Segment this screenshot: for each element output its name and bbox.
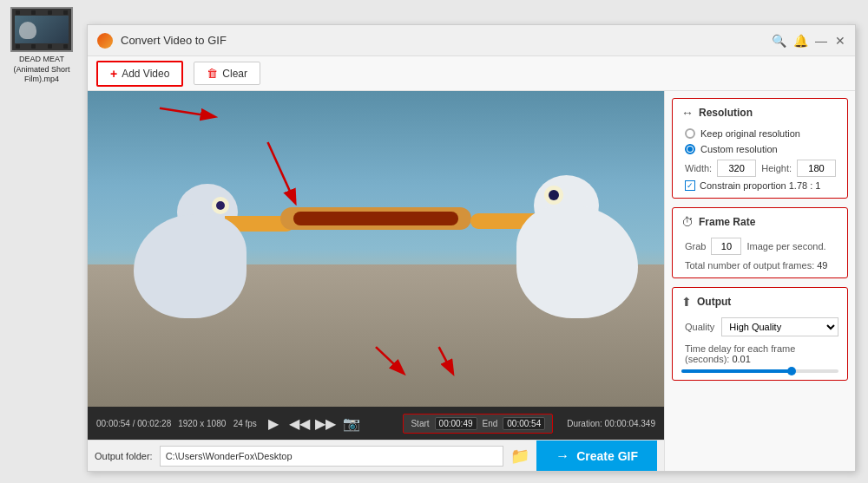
trim-section: Start 00:00:49 End 00:00:54 bbox=[403, 414, 553, 434]
play-button[interactable]: ▶ bbox=[264, 414, 283, 433]
title-bell-icon[interactable]: 🔔 bbox=[793, 34, 808, 48]
prev-frame-button[interactable]: ◀◀ bbox=[290, 414, 309, 433]
time-delay-row: Time delay for each frame (seconds): 0.0… bbox=[681, 343, 838, 364]
main-window: Convert Video to GIF 🔍 🔔 — ✕ + Add Video… bbox=[87, 24, 856, 472]
resolution-display: 1920 x 1080 24 fps bbox=[178, 419, 257, 428]
resolution-title: Resolution bbox=[699, 107, 753, 119]
close-button[interactable]: ✕ bbox=[834, 35, 846, 47]
output-path-input[interactable] bbox=[160, 446, 504, 467]
custom-resolution-radio[interactable] bbox=[685, 144, 695, 154]
toolbar: + Add Video 🗑 Clear bbox=[88, 56, 855, 91]
frame-rate-section: ⏱ Frame Rate Grab Image per second. Tota… bbox=[672, 207, 848, 278]
start-time-value: 00:00:49 bbox=[435, 417, 477, 430]
snapshot-button[interactable]: 📷 bbox=[342, 414, 361, 433]
end-time-value: 00:00:54 bbox=[503, 417, 545, 430]
right-panel: ↔ Resolution Keep original resolution Cu… bbox=[664, 91, 855, 471]
add-video-label: Add Video bbox=[122, 68, 169, 80]
create-gif-button[interactable]: → Create GIF bbox=[536, 441, 657, 472]
frame-rate-header: ⏱ Frame Rate bbox=[681, 215, 838, 229]
keep-resolution-row[interactable]: Keep original resolution bbox=[681, 128, 838, 139]
end-label: End bbox=[483, 419, 498, 428]
bird-right-body bbox=[516, 206, 638, 318]
constrain-label: Constrain proportion 1.78 : 1 bbox=[700, 180, 820, 191]
dimensions-row: Width: Height: bbox=[681, 160, 838, 177]
grab-row: Grab Image per second. bbox=[681, 238, 838, 255]
output-icon: ⬆ bbox=[681, 295, 692, 309]
width-input[interactable] bbox=[717, 160, 756, 177]
resolution-section: ↔ Resolution Keep original resolution Cu… bbox=[672, 98, 848, 199]
content-area: 00:00:54 / 00:02:28 1920 x 1080 24 fps ▶… bbox=[88, 91, 855, 471]
video-controls: 00:00:54 / 00:02:28 1920 x 1080 24 fps ▶… bbox=[88, 407, 664, 440]
create-gif-label: Create GIF bbox=[576, 449, 638, 463]
video-frame bbox=[88, 91, 664, 407]
frame-rate-title: Frame Rate bbox=[699, 216, 755, 228]
resolution-icon: ↔ bbox=[681, 106, 694, 120]
arrow-right-icon: → bbox=[556, 448, 569, 464]
thumbnail-label: DEAD MEAT (Animated Short Film).mp4 bbox=[7, 55, 76, 85]
hotdog-bun bbox=[280, 207, 471, 230]
per-second-label: Image per second. bbox=[746, 241, 825, 251]
title-search-icon[interactable]: 🔍 bbox=[772, 34, 786, 48]
bird-left-eye bbox=[212, 197, 229, 214]
resolution-header: ↔ Resolution bbox=[681, 106, 838, 120]
title-bar: Convert Video to GIF 🔍 🔔 — ✕ bbox=[88, 25, 855, 56]
browse-folder-button[interactable]: 📁 bbox=[510, 447, 529, 466]
output-settings-section: ⬆ Output Quality High Quality Medium Qua… bbox=[672, 287, 848, 381]
quality-slider[interactable] bbox=[681, 369, 838, 373]
bird-left bbox=[116, 145, 290, 318]
keep-resolution-label: Keep original resolution bbox=[700, 128, 800, 139]
bird-right-eye bbox=[544, 186, 563, 205]
height-input[interactable] bbox=[797, 160, 836, 177]
minimize-button[interactable]: — bbox=[815, 35, 827, 47]
total-frames-row: Total number of output frames: 49 bbox=[681, 260, 838, 271]
video-display[interactable] bbox=[88, 91, 664, 407]
total-frames-value: 49 bbox=[817, 260, 827, 271]
video-thumbnail bbox=[10, 7, 73, 52]
constrain-row: Constrain proportion 1.78 : 1 bbox=[681, 180, 838, 191]
bird-left-body bbox=[134, 214, 247, 318]
trash-icon: 🗑 bbox=[207, 67, 218, 80]
bird-right bbox=[473, 145, 647, 318]
app-icon bbox=[96, 32, 114, 49]
current-time: 00:00:54 bbox=[96, 419, 130, 428]
window-title: Convert Video to GIF bbox=[121, 34, 772, 47]
time-display: 00:00:54 / 00:02:28 bbox=[96, 419, 171, 428]
add-video-button[interactable]: + Add Video bbox=[96, 61, 183, 87]
hotdog-sausage bbox=[293, 212, 458, 225]
plus-icon: + bbox=[110, 67, 117, 81]
grab-input[interactable] bbox=[711, 238, 741, 255]
quality-slider-fill bbox=[681, 369, 792, 373]
quality-row: Quality High Quality Medium Quality Low … bbox=[681, 317, 838, 336]
window-controls: — ✕ bbox=[815, 35, 846, 47]
quality-select[interactable]: High Quality Medium Quality Low Quality bbox=[721, 317, 838, 336]
total-time: 00:02:28 bbox=[137, 419, 171, 428]
quality-label: Quality bbox=[685, 322, 714, 332]
total-frames-label: Total number of output frames: bbox=[685, 260, 814, 271]
output-settings-header: ⬆ Output bbox=[681, 295, 838, 309]
hotdog bbox=[280, 207, 471, 232]
custom-resolution-row[interactable]: Custom resolution bbox=[681, 144, 838, 154]
height-label: Height: bbox=[761, 163, 792, 173]
desktop-thumbnail: DEAD MEAT (Animated Short Film).mp4 bbox=[7, 7, 76, 85]
clear-button[interactable]: 🗑 Clear bbox=[194, 62, 260, 85]
start-label: Start bbox=[411, 419, 429, 428]
quality-slider-thumb bbox=[787, 367, 796, 375]
keep-resolution-radio[interactable] bbox=[685, 128, 695, 139]
time-delay-value: 0.01 bbox=[732, 354, 750, 364]
width-label: Width: bbox=[685, 163, 712, 173]
custom-resolution-label: Custom resolution bbox=[700, 144, 778, 154]
duration-display: Duration: 00:00:04.349 bbox=[567, 419, 655, 428]
video-panel: 00:00:54 / 00:02:28 1920 x 1080 24 fps ▶… bbox=[88, 91, 664, 471]
output-folder-label: Output folder: bbox=[95, 451, 153, 461]
clear-label: Clear bbox=[222, 68, 247, 80]
next-frame-button[interactable]: ▶▶ bbox=[316, 414, 335, 433]
output-settings-title: Output bbox=[697, 296, 731, 308]
wonderfox-icon bbox=[97, 33, 113, 49]
constrain-checkbox[interactable] bbox=[685, 180, 695, 191]
output-footer: Output folder: 📁 → Create GIF bbox=[88, 440, 664, 471]
grab-label: Grab bbox=[685, 241, 706, 251]
frame-rate-icon: ⏱ bbox=[681, 215, 694, 229]
